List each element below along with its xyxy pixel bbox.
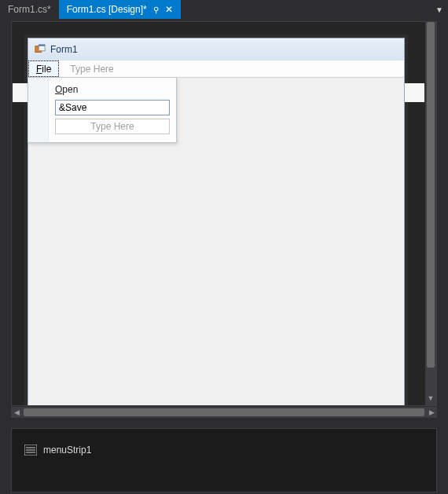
menustrip[interactable]: File Type Here <box>28 60 404 78</box>
menu-type-here[interactable]: Type Here <box>59 60 124 77</box>
designer-surface-container: Type Here Form1 File Type Here <box>11 21 437 406</box>
menuitem-text-input[interactable] <box>55 100 170 115</box>
form-titlebar: Form1 <box>28 38 404 60</box>
pin-icon[interactable]: ⚲ <box>153 5 159 14</box>
tab-overflow-dropdown[interactable]: ▼ <box>435 0 443 19</box>
menu-file[interactable]: File <box>28 60 59 77</box>
menuitem-type-here[interactable] <box>55 119 170 134</box>
scroll-right-icon[interactable]: ▶ <box>426 408 437 416</box>
scroll-left-icon[interactable]: ◀ <box>11 408 22 416</box>
scroll-down-icon[interactable]: ▼ <box>427 394 435 402</box>
horizontal-scroll-thumb[interactable] <box>24 408 424 416</box>
form-title: Form1 <box>50 44 78 55</box>
designer-viewport: Type Here Form1 File Type Here <box>12 22 425 405</box>
svg-rect-2 <box>39 45 45 46</box>
menuitem-editing <box>28 98 176 117</box>
file-dropdown-panel: Open <box>28 77 177 143</box>
component-tray: menuStrip1 <box>11 428 437 492</box>
close-icon[interactable]: ✕ <box>165 4 173 15</box>
tab-form1-code[interactable]: Form1.cs* <box>0 0 59 19</box>
menuitem-new-placeholder-wrap <box>28 117 176 136</box>
vertical-scroll-thumb[interactable] <box>427 22 435 368</box>
tray-component-menustrip1[interactable]: menuStrip1 <box>24 445 91 456</box>
winforms-icon <box>35 44 46 55</box>
horizontal-scrollbar[interactable]: ◀ ▶ <box>11 407 437 418</box>
tab-form1-design[interactable]: Form1.cs [Design]* ⚲ ✕ <box>59 0 181 19</box>
menustrip-icon <box>24 445 37 456</box>
vertical-scrollbar[interactable]: ▼ <box>425 22 436 405</box>
tab-label: Form1.cs [Design]* <box>67 4 147 15</box>
menuitem-open[interactable]: Open <box>28 81 176 98</box>
tray-component-label: menuStrip1 <box>43 445 91 456</box>
tab-label: Form1.cs* <box>8 4 51 15</box>
document-tabbar: Form1.cs* Form1.cs [Design]* ⚲ ✕ ▼ <box>0 0 448 19</box>
